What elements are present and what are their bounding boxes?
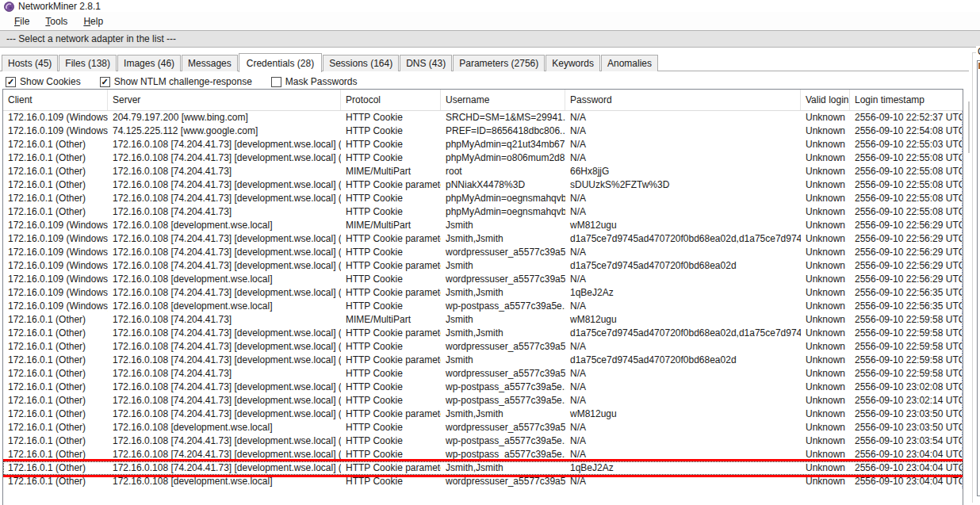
cell-protocol: HTTP Cookie parameter xyxy=(341,286,441,300)
tab-credentials-28[interactable]: Credentials (28) xyxy=(239,53,322,72)
table-row[interactable]: 172.16.0.109 (Windows)172.16.0.108 [74.2… xyxy=(3,246,963,259)
cell-username: Jsmith,Jsmith xyxy=(441,232,565,246)
cell-server: 172.16.0.108 [development.wse.local] xyxy=(108,421,341,434)
adapter-select[interactable]: --- Select a network adapter in the list… xyxy=(0,30,980,48)
table-row[interactable]: 172.16.0.1 (Other)172.16.0.108 [74.204.4… xyxy=(3,381,963,394)
table-row[interactable]: 172.16.0.109 (Windows)172.16.0.108 [74.2… xyxy=(3,286,963,300)
cell-protocol: HTTP Cookie parameter xyxy=(341,407,441,421)
cell-protocol: HTTP Cookie parameter xyxy=(341,327,441,340)
tab-dns-43[interactable]: DNS (43) xyxy=(400,55,452,71)
column-header-server[interactable]: Server xyxy=(108,90,341,110)
cell-password: N/A xyxy=(565,475,801,488)
networkminer-logo-icon xyxy=(4,2,14,12)
column-header-client[interactable]: Client xyxy=(3,90,108,110)
checkbox-show-cookies[interactable]: Show Cookies xyxy=(6,76,81,87)
column-header-protocol[interactable]: Protocol xyxy=(341,90,441,110)
cell-username: Jsmith xyxy=(441,219,565,232)
case-panel-list[interactable] xyxy=(977,60,980,496)
cell-login-timestamp: 2556-09-10 23:04:04 UTC xyxy=(850,461,963,475)
cell-valid-login: Unknown xyxy=(801,205,850,219)
table-row[interactable]: 172.16.0.1 (Other)172.16.0.108 [74.204.4… xyxy=(3,434,963,448)
cell-password: N/A xyxy=(565,246,801,259)
tab-parameters-2756[interactable]: Parameters (2756) xyxy=(453,55,545,71)
filter-row: Show CookiesShow NTLM challenge-response… xyxy=(6,75,358,89)
cell-password: N/A xyxy=(565,300,801,313)
table-row[interactable]: 172.16.0.1 (Other)172.16.0.108 [74.204.4… xyxy=(3,165,963,178)
table-row[interactable]: 172.16.0.1 (Other)172.16.0.108 [74.204.4… xyxy=(3,178,963,192)
menu-item-tools[interactable]: Tools xyxy=(37,13,75,29)
cell-username: wp-postpass_a5577c39a5e... xyxy=(441,434,565,448)
cell-protocol: HTTP Cookie parameter xyxy=(341,259,441,273)
cell-password: d1a75ce7d9745ad470720f0bd68ea02d xyxy=(565,259,801,273)
column-header-login-timestamp[interactable]: Login timestamp xyxy=(850,90,963,110)
cell-login-timestamp: 2556-09-10 22:56:35 UTC xyxy=(850,286,963,300)
cell-client: 172.16.0.1 (Other) xyxy=(3,354,108,367)
tab-images-46[interactable]: Images (46) xyxy=(117,55,181,71)
tab-keywords[interactable]: Keywords xyxy=(546,55,600,71)
column-header-username[interactable]: Username xyxy=(441,90,565,110)
checkbox-mask-passwords[interactable]: Mask Passwords xyxy=(271,76,358,87)
table-row[interactable]: 172.16.0.109 (Windows)172.16.0.108 [deve… xyxy=(3,219,963,232)
cell-login-timestamp: 2556-09-10 22:59:58 UTC xyxy=(850,327,963,340)
cell-username: Jsmith xyxy=(441,259,565,273)
cell-valid-login: Unknown xyxy=(801,111,850,124)
cell-login-timestamp: 2556-09-10 22:56:29 UTC xyxy=(850,232,963,246)
cell-client: 172.16.0.109 (Windows) xyxy=(3,232,108,246)
cell-login-timestamp: 2556-09-10 23:02:14 UTC xyxy=(850,394,963,407)
table-row[interactable]: 172.16.0.1 (Other)172.16.0.108 [74.204.4… xyxy=(3,327,963,340)
tab-files-138[interactable]: Files (138) xyxy=(59,55,117,71)
cell-password: d1a75ce7d9745ad470720f0bd68ea02d xyxy=(565,354,801,367)
cell-valid-login: Unknown xyxy=(801,421,850,434)
cell-valid-login: Unknown xyxy=(801,381,850,394)
cell-client: 172.16.0.1 (Other) xyxy=(3,327,108,340)
cell-password: wM812ugu xyxy=(565,219,801,232)
cell-username: SRCHD=SM=1&MS=29941... xyxy=(441,111,565,124)
tab-hosts-45[interactable]: Hosts (45) xyxy=(2,55,58,71)
cell-valid-login: Unknown xyxy=(801,151,850,165)
table-row[interactable]: 172.16.0.1 (Other)172.16.0.108 [74.204.4… xyxy=(3,354,963,367)
cell-server: 204.79.197.200 [www.bing.com] xyxy=(108,111,341,124)
table-row[interactable]: 172.16.0.109 (Windows)74.125.225.112 [ww… xyxy=(3,124,963,138)
table-row[interactable]: 172.16.0.1 (Other)172.16.0.108 [74.204.4… xyxy=(3,461,963,475)
table-row[interactable]: 172.16.0.1 (Other)172.16.0.108 [74.204.4… xyxy=(3,151,963,165)
cell-server: 172.16.0.108 [74.204.41.73] [development… xyxy=(108,246,341,259)
cell-username: Jsmith,Jsmith xyxy=(441,407,565,421)
table-row[interactable]: 172.16.0.1 (Other)172.16.0.108 [developm… xyxy=(3,421,963,434)
cell-server: 172.16.0.108 [74.204.41.73] [development… xyxy=(108,394,341,407)
cell-client: 172.16.0.1 (Other) xyxy=(3,448,108,461)
tab-anomalies[interactable]: Anomalies xyxy=(601,55,658,71)
checkbox-icon xyxy=(100,77,110,87)
scrollbar[interactable] xyxy=(968,101,970,153)
menu-item-help[interactable]: Help xyxy=(75,13,111,29)
table-row[interactable]: 172.16.0.1 (Other)172.16.0.108 [74.204.4… xyxy=(3,205,963,219)
table-row[interactable]: 172.16.0.1 (Other)172.16.0.108 [developm… xyxy=(3,475,963,488)
tab-sessions-164[interactable]: Sessions (164) xyxy=(323,55,399,71)
table-row[interactable]: 172.16.0.109 (Windows)172.16.0.108 [deve… xyxy=(3,300,963,313)
cell-protocol: HTTP Cookie xyxy=(341,192,441,205)
cell-client: 172.16.0.109 (Windows) xyxy=(3,286,108,300)
table-row[interactable]: 172.16.0.109 (Windows)172.16.0.108 [74.2… xyxy=(3,232,963,246)
cell-valid-login: Unknown xyxy=(801,246,850,259)
table-row[interactable]: 172.16.0.1 (Other)172.16.0.108 [74.204.4… xyxy=(3,313,963,327)
cell-password: N/A xyxy=(565,421,801,434)
column-header-valid-login[interactable]: Valid login xyxy=(801,90,850,110)
table-row[interactable]: 172.16.0.1 (Other)172.16.0.108 [74.204.4… xyxy=(3,340,963,354)
tab-messages[interactable]: Messages xyxy=(182,55,238,71)
cell-valid-login: Unknown xyxy=(801,138,850,151)
cell-protocol: HTTP Cookie xyxy=(341,434,441,448)
menu-item-file[interactable]: File xyxy=(6,13,37,29)
column-header-password[interactable]: Password xyxy=(565,90,801,110)
table-row[interactable]: 172.16.0.109 (Windows)172.16.0.108 [deve… xyxy=(3,273,963,286)
tab-strip: Hosts (45)Files (138)Images (46)Messages… xyxy=(2,52,659,71)
table-row[interactable]: 172.16.0.109 (Windows)172.16.0.108 [74.2… xyxy=(3,259,963,273)
table-row[interactable]: 172.16.0.109 (Windows)204.79.197.200 [ww… xyxy=(3,111,963,124)
checkbox-show-ntlm-challenge-response[interactable]: Show NTLM challenge-response xyxy=(100,76,252,87)
table-row[interactable]: 172.16.0.1 (Other)172.16.0.108 [74.204.4… xyxy=(3,394,963,407)
table-row[interactable]: 172.16.0.1 (Other)172.16.0.108 [74.204.4… xyxy=(3,448,963,461)
table-row[interactable]: 172.16.0.1 (Other)172.16.0.108 [74.204.4… xyxy=(3,192,963,205)
cell-username: phpMyAdmin=oegnsmahqvb... xyxy=(441,192,565,205)
cell-login-timestamp: 2556-09-10 23:04:04 UTC xyxy=(850,448,963,461)
table-row[interactable]: 172.16.0.1 (Other)172.16.0.108 [74.204.4… xyxy=(3,407,963,421)
table-row[interactable]: 172.16.0.1 (Other)172.16.0.108 [74.204.4… xyxy=(3,367,963,381)
table-row[interactable]: 172.16.0.1 (Other)172.16.0.108 [74.204.4… xyxy=(3,138,963,151)
